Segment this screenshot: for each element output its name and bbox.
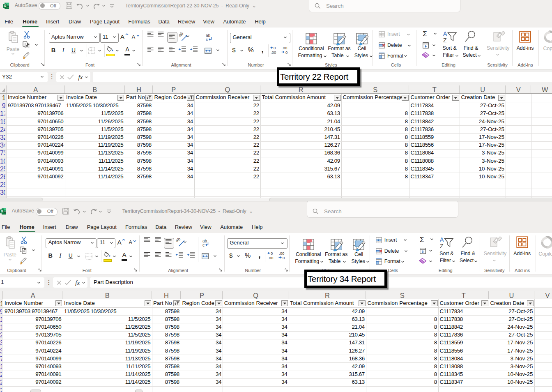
svg-text:Z: Z xyxy=(440,243,444,249)
svg-text:A: A xyxy=(440,236,444,243)
svg-text:.00: .00 xyxy=(279,251,284,256)
svg-text:.00: .00 xyxy=(271,50,276,54)
svg-text:.00: .00 xyxy=(268,256,273,260)
svg-text:ab: ab xyxy=(202,239,207,243)
svg-text:0: 0 xyxy=(271,251,273,256)
svg-text:A: A xyxy=(443,30,447,37)
svg-text:0: 0 xyxy=(285,50,288,54)
svg-text:ab: ab xyxy=(176,237,181,243)
svg-text:0: 0 xyxy=(274,46,276,50)
svg-text:ab: ab xyxy=(179,31,184,37)
svg-text:c: c xyxy=(206,37,208,42)
svg-text:X: X xyxy=(4,4,6,8)
svg-text:0: 0 xyxy=(283,256,285,260)
svg-text:ab: ab xyxy=(206,33,211,38)
svg-text:X: X xyxy=(1,209,3,213)
svg-text:.00: .00 xyxy=(282,46,287,50)
svg-text:Z: Z xyxy=(443,37,447,43)
svg-text:c: c xyxy=(202,243,205,247)
